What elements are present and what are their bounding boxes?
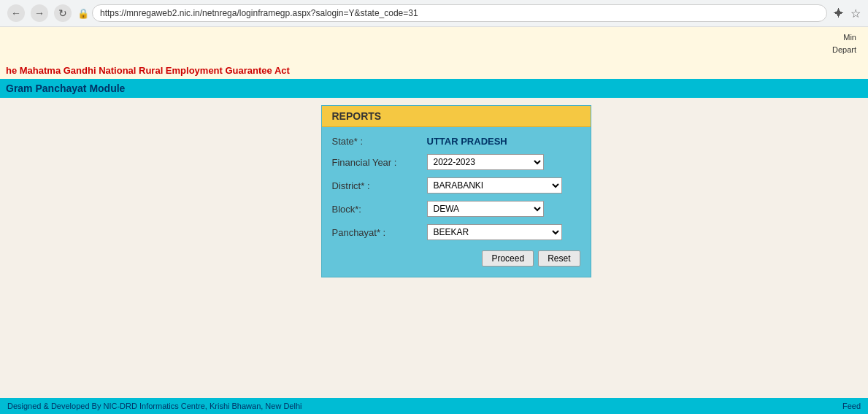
reports-header: REPORTS — [322, 106, 591, 127]
proceed-button[interactable]: Proceed — [482, 250, 534, 267]
state-label: State* : — [332, 136, 427, 147]
financial-year-label: Financial Year : — [332, 157, 427, 168]
forward-button[interactable]: → — [31, 4, 48, 22]
district-select[interactable]: BARABANKI — [427, 177, 562, 193]
panchayat-select[interactable]: BEEKAR — [427, 224, 562, 240]
district-row: District* : BARABANKI — [332, 177, 580, 193]
reload-button[interactable]: ↻ — [54, 4, 72, 22]
button-row: Proceed Reset — [332, 250, 580, 267]
reports-body: State* : UTTAR PRADESH Financial Year : … — [322, 127, 591, 277]
browser-chrome: ← → ↻ 🔒 🟅 ☆ — [0, 0, 868, 27]
back-button[interactable]: ← — [7, 4, 25, 22]
main-content: REPORTS State* : UTTAR PRADESH Financial… — [0, 98, 868, 302]
financial-year-row: Financial Year : 2022-2023 2021-2022 202… — [332, 154, 580, 170]
block-row: Block*: DEWA — [332, 201, 580, 217]
financial-year-select[interactable]: 2022-2023 2021-2022 2020-2021 2019-2020 — [427, 154, 544, 170]
url-bar[interactable] — [92, 4, 827, 22]
panchayat-label: Panchayat* : — [332, 227, 427, 238]
state-row: State* : UTTAR PRADESH — [332, 136, 580, 147]
state-value: UTTAR PRADESH — [427, 136, 507, 147]
top-header: Min Depart — [0, 27, 868, 64]
panchayat-row: Panchayat* : BEEKAR — [332, 224, 580, 240]
reports-panel: REPORTS State* : UTTAR PRADESH Financial… — [321, 105, 591, 277]
act-title: he Mahatma Gandhi National Rural Employm… — [6, 65, 290, 76]
block-select[interactable]: DEWA — [427, 201, 544, 217]
reset-button[interactable]: Reset — [538, 250, 580, 267]
title-bar: he Mahatma Gandhi National Rural Employm… — [0, 64, 868, 79]
ministry-text: Min Depart — [832, 31, 856, 55]
star-icon[interactable]: ☆ — [850, 7, 861, 20]
bookmark-icon[interactable]: 🟅 — [833, 7, 845, 20]
module-bar: Gram Panchayat Module — [0, 79, 868, 98]
block-label: Block*: — [332, 204, 427, 215]
district-label: District* : — [332, 180, 427, 191]
module-title: Gram Panchayat Module — [6, 83, 125, 94]
